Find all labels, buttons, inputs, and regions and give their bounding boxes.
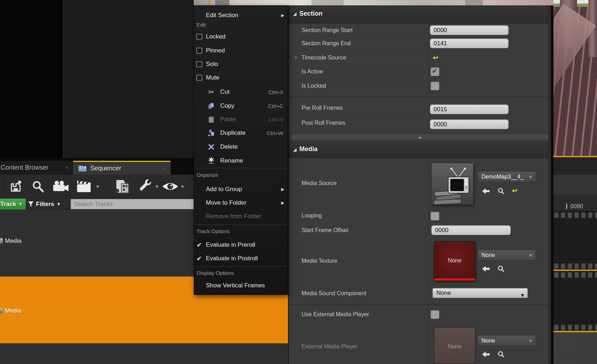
magnifier-icon: [497, 351, 505, 358]
submenu-arrow-icon: ▶: [281, 13, 284, 18]
pinned-checkbox[interactable]: [196, 48, 202, 54]
save-button[interactable]: [9, 179, 24, 194]
browse-asset-button[interactable]: [496, 186, 506, 196]
pre-roll-frames-label: Pre Roll Frames: [302, 105, 343, 111]
viewport-empty-left: [0, 0, 61, 158]
menu-item-move-to-folder[interactable]: Move to Folder ▶: [194, 198, 288, 208]
browse-asset-button[interactable]: [496, 350, 506, 359]
external-media-player-thumbnail-caption: None: [434, 343, 475, 350]
media-texture-thumbnail[interactable]: None: [434, 241, 475, 281]
media-category-header[interactable]: ◢ Media: [289, 142, 551, 158]
filters-label: Filters: [36, 201, 54, 208]
menu-item-evaluate-in-preroll[interactable]: ✔ Evaluate in Preroll: [194, 240, 288, 250]
expander-triangle-icon[interactable]: ▷: [295, 55, 298, 60]
filter-funnel-icon: [28, 201, 34, 207]
tab-sequencer[interactable]: Sequencer ✕: [73, 161, 171, 175]
menu-item-pinned[interactable]: Pinned: [194, 45, 288, 56]
locked-checkbox[interactable]: [196, 34, 202, 40]
close-icon[interactable]: ✕: [65, 165, 69, 170]
section-range-end-input[interactable]: 0141: [430, 39, 509, 48]
menu-item-mute[interactable]: Mute: [194, 72, 288, 83]
use-selected-asset-button[interactable]: [481, 350, 491, 359]
menu-item-show-vertical-frames[interactable]: Show Vertical Frames: [194, 280, 288, 291]
advanced-collapse-bar[interactable]: ▲: [290, 134, 550, 140]
sequence-details-button[interactable]: [113, 179, 130, 194]
media-source-thumbnail[interactable]: [432, 163, 473, 205]
view-options-button[interactable]: ▼: [161, 179, 179, 194]
category-gap-line: [289, 97, 551, 97]
use-selected-asset-button[interactable]: [481, 264, 491, 273]
post-roll-frames-input[interactable]: 0000: [430, 119, 509, 129]
filters-button[interactable]: Filters ▼: [28, 199, 61, 210]
property-column-divider[interactable]: [429, 23, 429, 134]
find-in-content-browser-button[interactable]: [31, 179, 45, 194]
menu-item-paste[interactable]: Paste Ctrl+V: [194, 114, 288, 125]
menu-item-evaluate-in-postroll[interactable]: ✔ Evaluate in Postroll: [194, 253, 288, 264]
menu-item-solo[interactable]: Solo: [194, 59, 288, 70]
tab-content-browser[interactable]: Content Browser ✕: [0, 161, 73, 175]
browse-asset-button[interactable]: [496, 264, 506, 273]
menu-item-duplicate[interactable]: Duplicate Ctrl+W: [194, 128, 288, 138]
timeline-header-band: [553, 175, 597, 194]
general-options-button[interactable]: ▼: [138, 179, 153, 194]
use-selected-asset-button[interactable]: [481, 186, 491, 196]
looping-checkbox[interactable]: [431, 212, 439, 220]
media-section-filmstrip-selected[interactable]: [553, 271, 597, 331]
is-active-checkbox[interactable]: [431, 67, 439, 76]
section-range-start-label: Section Range Start: [302, 27, 353, 34]
external-media-player-dropdown[interactable]: None ▼: [477, 335, 536, 346]
render-movie-button[interactable]: ▼: [76, 179, 92, 194]
external-media-player-thumbnail[interactable]: None: [434, 327, 475, 364]
chevron-down-icon: ▼: [56, 201, 61, 207]
media-texture-dropdown[interactable]: None ▼: [477, 250, 536, 261]
use-external-media-player-label: Use External Media Player: [302, 311, 369, 318]
media-sound-component-label: Media Sound Component: [302, 290, 366, 297]
menu-separator: [196, 168, 287, 168]
mute-checkbox[interactable]: [196, 75, 202, 81]
media-source-dropdown[interactable]: DemoMap3__4_ ▼: [477, 171, 536, 182]
use-external-media-player-checkbox[interactable]: [431, 310, 439, 319]
reset-to-default-icon[interactable]: ↩: [433, 54, 438, 62]
create-camera-button[interactable]: [52, 179, 69, 194]
menu-item-add-to-group[interactable]: Add to Group ▶: [194, 184, 288, 195]
viewport-detail: [465, 0, 483, 5]
media-texture-dropdown-value: None: [481, 252, 495, 258]
property-column-divider[interactable]: [429, 305, 429, 364]
reset-to-default-icon[interactable]: ↩: [512, 187, 517, 195]
menu-item-delete[interactable]: Delete: [194, 142, 288, 152]
close-icon[interactable]: ✕: [162, 166, 166, 171]
section-range-start-input[interactable]: 0000: [430, 25, 509, 35]
media-source-dropdown-value: DemoMap3__4_: [481, 174, 523, 180]
background-panel: [61, 0, 194, 158]
cut-scissors-icon: ✂: [207, 88, 216, 96]
media-sound-component-combobox[interactable]: None ▼: [432, 288, 528, 298]
property-column-divider[interactable]: [429, 158, 429, 304]
media-section-filmstrip[interactable]: [553, 211, 597, 270]
chevron-down-icon[interactable]: ▼: [95, 184, 100, 189]
start-frame-offset-input[interactable]: 0000: [431, 225, 511, 235]
menu-item-edit-section[interactable]: Edit Section ▶: [194, 9, 288, 21]
tick-label: 0090: [570, 203, 583, 209]
pre-roll-frames-input[interactable]: 0015: [430, 104, 509, 114]
menu-item-rename[interactable]: Rename: [194, 155, 288, 166]
eye-icon: [162, 181, 179, 192]
solo-checkbox[interactable]: [196, 61, 202, 67]
media-track-label: Media: [5, 307, 21, 314]
chevron-down-icon[interactable]: ▼: [180, 184, 185, 189]
menu-item-copy[interactable]: Copy Ctrl+C: [194, 101, 288, 111]
row-separator: [289, 51, 429, 51]
menu-item-cut[interactable]: ✂ Cut Ctrl+X: [194, 87, 288, 97]
timecode-source-label: Timecode Source: [302, 55, 346, 61]
menu-item-remove-from-folder[interactable]: Remove from Folder: [194, 211, 288, 222]
copy-icon: [207, 102, 216, 110]
film-sprockets: [554, 272, 597, 278]
scrollbar-track[interactable]: [545, 7, 545, 362]
menu-item-locked[interactable]: Locked: [194, 31, 288, 42]
section-category-header[interactable]: ◢ Section: [289, 5, 551, 24]
row-separator: [289, 116, 429, 116]
add-track-button[interactable]: Track ▼: [0, 199, 26, 210]
unreal-sequencer-screen: Content Browser ✕ Sequencer ✕: [0, 0, 597, 364]
search-tracks-input[interactable]: [71, 199, 194, 209]
is-locked-checkbox[interactable]: [431, 82, 439, 90]
chevron-down-icon[interactable]: ▼: [155, 184, 159, 189]
